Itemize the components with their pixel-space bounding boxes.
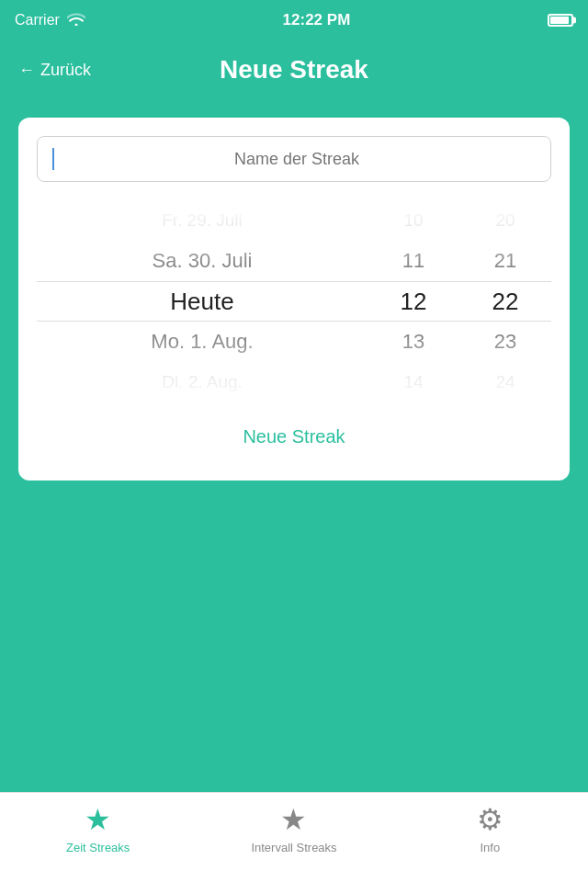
picker-item-selected: 22 (459, 281, 551, 322)
tab-label-intervall-streaks: Intervall Streaks (251, 841, 336, 854)
back-label: Zurück (40, 61, 91, 80)
tab-bar: ★ Zeit Streaks ★ Intervall Streaks ⚙ Inf… (0, 792, 588, 882)
picker-item-selected: 12 (368, 281, 459, 322)
picker-item: Fr. 29. Juli (37, 200, 368, 241)
status-bar-right (548, 14, 573, 27)
page-title: Neue Streak (220, 55, 368, 85)
cursor-line (52, 148, 54, 170)
star-icon-active: ★ (85, 802, 111, 837)
status-bar-time: 12:22 PM (283, 11, 351, 29)
carrier-label: Carrier (15, 12, 60, 28)
picker-item: 21 (459, 241, 551, 281)
main-content: Fr. 29. Juli Sa. 30. Juli Heute Mo. 1. A… (0, 99, 588, 481)
picker-columns: Fr. 29. Juli Sa. 30. Juli Heute Mo. 1. A… (37, 200, 551, 402)
picker-item: 10 (368, 200, 459, 241)
form-card: Fr. 29. Juli Sa. 30. Juli Heute Mo. 1. A… (18, 118, 570, 481)
picker-item-selected: Heute (37, 281, 368, 322)
picker-column-hour[interactable]: 10 11 12 13 14 (368, 200, 459, 402)
picker-item: Sa. 30. Juli (37, 241, 368, 281)
picker-item: 23 (459, 322, 551, 362)
status-bar-left: Carrier (15, 12, 85, 29)
date-time-picker[interactable]: Fr. 29. Juli Sa. 30. Juli Heute Mo. 1. A… (37, 200, 551, 402)
picker-item: 20 (459, 200, 551, 241)
wifi-icon (67, 12, 85, 29)
status-bar: Carrier 12:22 PM (0, 0, 588, 40)
tab-item-zeit-streaks[interactable]: ★ Zeit Streaks (0, 802, 196, 854)
picker-item: Mo. 1. Aug. (37, 322, 368, 362)
back-arrow-icon: ← (18, 61, 35, 80)
name-input[interactable] (58, 150, 536, 169)
tab-item-info[interactable]: ⚙ Info (392, 802, 588, 854)
nav-bar: ← Zurück Neue Streak (0, 40, 588, 99)
tab-item-intervall-streaks[interactable]: ★ Intervall Streaks (196, 802, 391, 854)
picker-item: 13 (368, 322, 459, 362)
gear-icon: ⚙ (477, 802, 503, 837)
picker-item: 14 (368, 362, 459, 402)
picker-item: Di. 2. Aug. (37, 362, 368, 402)
star-icon-inactive: ★ (280, 802, 307, 837)
picker-item: 24 (459, 362, 551, 402)
picker-column-day[interactable]: Fr. 29. Juli Sa. 30. Juli Heute Mo. 1. A… (37, 200, 368, 402)
tab-label-zeit-streaks: Zeit Streaks (66, 841, 130, 854)
battery-icon (548, 14, 573, 27)
neue-streak-button[interactable]: Neue Streak (37, 412, 551, 462)
tab-label-info: Info (480, 841, 500, 854)
back-button[interactable]: ← Zurück (18, 61, 91, 80)
name-input-container[interactable] (37, 136, 551, 182)
picker-column-minute[interactable]: 20 21 22 23 24 (459, 200, 551, 402)
picker-item: 11 (368, 241, 459, 281)
